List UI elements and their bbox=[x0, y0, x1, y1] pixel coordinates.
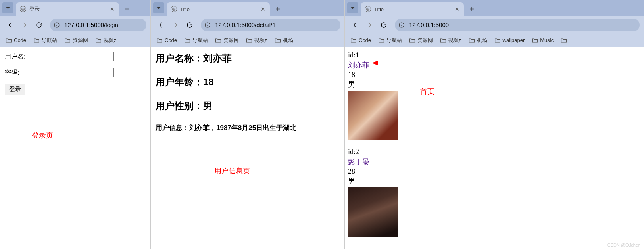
divider bbox=[348, 144, 640, 144]
back-button[interactable] bbox=[4, 19, 17, 31]
password-label: 密码: bbox=[5, 69, 35, 77]
watermark: CSDN @OJchen bbox=[607, 243, 640, 247]
annotation-detail-page: 用户信息页 bbox=[214, 166, 250, 176]
bookmark-item[interactable]: Code bbox=[347, 36, 374, 45]
detail-age: 用户年龄：18 bbox=[156, 76, 340, 88]
browser-tab[interactable]: Title × bbox=[361, 2, 464, 16]
new-tab-button[interactable]: + bbox=[466, 4, 477, 15]
url-text: 127.0.0.1:5000 bbox=[409, 21, 449, 28]
globe-icon bbox=[171, 6, 177, 12]
username-input[interactable] bbox=[35, 52, 114, 61]
forward-button[interactable] bbox=[363, 19, 376, 31]
reload-button[interactable] bbox=[183, 19, 196, 31]
url-text: 127.0.0.1:5000/login bbox=[64, 21, 118, 28]
login-button[interactable]: 登录 bbox=[5, 84, 25, 95]
back-button[interactable] bbox=[155, 19, 167, 31]
new-tab-button[interactable]: + bbox=[121, 4, 133, 15]
close-tab-icon[interactable]: × bbox=[260, 5, 266, 13]
user-gender: 男 bbox=[348, 176, 640, 186]
close-tab-icon[interactable]: × bbox=[109, 5, 115, 13]
site-info-icon[interactable] bbox=[202, 20, 213, 30]
browser-tab[interactable]: Title × bbox=[167, 2, 270, 16]
password-input[interactable] bbox=[35, 68, 114, 77]
bookmarks-bar: Code 导航站 资源网 视频z bbox=[0, 34, 150, 47]
user-id: id:2 bbox=[348, 147, 640, 157]
bookmarks-bar: Code 导航站 资源网 视频z 机场 bbox=[151, 34, 344, 47]
annotation-login-page: 登录页 bbox=[32, 130, 53, 140]
reload-button[interactable] bbox=[377, 19, 390, 31]
address-bar[interactable]: 127.0.0.1:5000/detail/1 bbox=[201, 19, 340, 31]
user-avatar bbox=[348, 187, 398, 237]
bookmark-item[interactable]: 资源网 bbox=[406, 35, 436, 46]
annotation-index-page: 首页 bbox=[420, 87, 434, 96]
globe-icon bbox=[365, 6, 371, 12]
forward-button[interactable] bbox=[18, 19, 31, 31]
globe-icon bbox=[20, 6, 26, 12]
user-age: 28 bbox=[348, 167, 640, 176]
site-info-icon[interactable] bbox=[396, 20, 407, 30]
tab-title: Title bbox=[180, 6, 190, 12]
nav-toolbar: 127.0.0.1:5000 bbox=[345, 16, 644, 34]
user-gender: 男 bbox=[348, 80, 640, 90]
tab-title: 登录 bbox=[29, 6, 40, 13]
bookmark-item[interactable]: 视频z bbox=[437, 35, 465, 46]
tab-title: Title bbox=[374, 6, 384, 12]
bookmark-item[interactable]: Code bbox=[2, 36, 29, 45]
bookmarks-bar: Code 导航站 资源网 视频z 机场 wallpaper Music bbox=[345, 34, 644, 47]
url-text: 127.0.0.1:5000/detail/1 bbox=[215, 21, 276, 28]
bookmark-item[interactable] bbox=[557, 36, 570, 45]
new-tab-button[interactable]: + bbox=[272, 4, 283, 15]
page-content-detail: 用户名称：刘亦菲 用户年龄：18 用户性别：男 用户信息：刘亦菲，1987年8月… bbox=[151, 47, 344, 249]
annotation-arrow bbox=[369, 59, 436, 69]
forward-button[interactable] bbox=[169, 19, 182, 31]
page-content-index: id:1 刘亦菲 18 男 id:2 彭于晏 28 男 首页 CSDN @OJc… bbox=[345, 47, 644, 249]
tab-list-dropdown[interactable] bbox=[2, 2, 13, 13]
user-name-link[interactable]: 彭于晏 bbox=[348, 158, 369, 166]
page-content-login: 用户名: 密码: 登录 登录页 bbox=[0, 47, 150, 249]
detail-name: 用户名称：刘亦菲 bbox=[156, 52, 340, 65]
detail-info: 用户信息：刘亦菲，1987年8月25日出生于湖北 bbox=[156, 123, 340, 132]
close-tab-icon[interactable]: × bbox=[454, 5, 460, 13]
bookmark-item[interactable]: 资源网 bbox=[61, 35, 91, 46]
user-item: id:2 彭于晏 28 男 bbox=[348, 147, 640, 237]
tab-strip: Title × + bbox=[345, 0, 644, 16]
reload-button[interactable] bbox=[33, 19, 45, 31]
tab-strip: Title × + bbox=[151, 0, 344, 16]
user-name-link[interactable]: 刘亦菲 bbox=[348, 61, 369, 69]
address-bar[interactable]: 127.0.0.1:5000/login bbox=[50, 19, 146, 31]
bookmark-item[interactable]: 机场 bbox=[465, 35, 490, 46]
bookmark-item[interactable]: 导航站 bbox=[30, 35, 60, 46]
bookmark-item[interactable]: wallpaper bbox=[491, 36, 528, 45]
tab-list-dropdown[interactable] bbox=[347, 2, 358, 13]
user-avatar bbox=[348, 91, 398, 140]
browser-window-detail: Title × + 127.0.0.1:5000/detail/1 Code 导… bbox=[151, 0, 345, 249]
site-info-icon[interactable] bbox=[52, 20, 62, 30]
user-age: 18 bbox=[348, 70, 640, 80]
bookmark-item[interactable]: 导航站 bbox=[181, 35, 211, 46]
browser-window-index: Title × + 127.0.0.1:5000 Code 导航站 资源网 视频… bbox=[345, 0, 644, 249]
browser-tab[interactable]: 登录 × bbox=[16, 2, 119, 16]
bookmark-item[interactable]: 导航站 bbox=[375, 35, 405, 46]
bookmark-item[interactable]: Code bbox=[153, 36, 180, 45]
username-row: 用户名: bbox=[5, 52, 146, 61]
tab-list-dropdown[interactable] bbox=[153, 2, 164, 13]
bookmark-item[interactable]: 资源网 bbox=[212, 35, 242, 46]
browser-window-login: 登录 × + 127.0.0.1:5000/login Code 导航站 资源网… bbox=[0, 0, 151, 249]
password-row: 密码: bbox=[5, 68, 146, 77]
nav-toolbar: 127.0.0.1:5000/login bbox=[0, 16, 150, 34]
detail-gender: 用户性别：男 bbox=[156, 100, 340, 112]
tab-strip: 登录 × + bbox=[0, 0, 150, 16]
bookmark-item[interactable]: Music bbox=[529, 36, 557, 45]
bookmark-item[interactable]: 视频z bbox=[243, 35, 271, 46]
back-button[interactable] bbox=[349, 19, 361, 31]
address-bar[interactable]: 127.0.0.1:5000 bbox=[395, 19, 640, 31]
nav-toolbar: 127.0.0.1:5000/detail/1 bbox=[151, 16, 344, 34]
username-label: 用户名: bbox=[5, 53, 35, 61]
bookmark-item[interactable]: 机场 bbox=[271, 35, 296, 46]
bookmark-item[interactable]: 视频z bbox=[92, 35, 120, 46]
